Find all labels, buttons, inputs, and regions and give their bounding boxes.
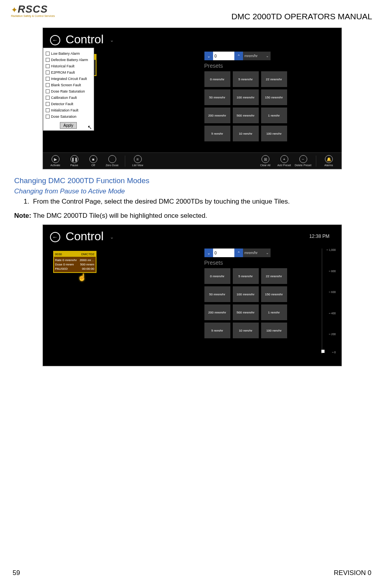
preset-button[interactable]: 10 rem/hr [233, 126, 259, 141]
alarm-options-panel: Low Battery Alarm Defective Battery Alar… [43, 48, 94, 131]
company-logo: ✦RSCS Radiation Safety & Control Service… [11, 3, 55, 17]
step-item: 1. From the Control Page, select the des… [33, 198, 370, 206]
checkbox-icon [46, 52, 50, 56]
page-title: Control⌄ [66, 33, 114, 46]
preset-button[interactable]: 100 rem/hr [261, 323, 287, 338]
note-text: Note: The DMC 2000TD Tile(s) will be hig… [14, 212, 370, 220]
chevron-down-icon[interactable]: ⌄ [110, 37, 114, 43]
revision-label: REVISION 0 [334, 569, 371, 577]
apply-button[interactable]: Apply [60, 122, 77, 129]
value-increment-button[interactable]: ⌃ [234, 249, 243, 257]
chevron-down-icon: ⌄ [266, 251, 269, 255]
preset-button[interactable]: 50 mrem/hr [204, 89, 230, 105]
preset-button[interactable]: 100 mrem/hr [233, 89, 259, 105]
value-input[interactable]: 0 [213, 249, 234, 257]
subsection-heading: Changing from Pause to Active Mode [14, 187, 370, 195]
alarms-button[interactable]: 🔔Alarms [320, 155, 338, 167]
cursor-icon: ↖ [87, 124, 92, 130]
value-increment-button[interactable]: ⌃ [234, 52, 243, 60]
checkbox-item[interactable]: E2PROM Fault [46, 69, 91, 76]
tile-name: DMCTD2 [81, 252, 94, 256]
star-icon: ✦ [11, 6, 18, 14]
page-number: 59 [13, 569, 20, 577]
checkbox-item[interactable]: Initialization Fault [46, 107, 91, 113]
touch-hand-icon: ☝ [78, 273, 86, 282]
checkbox-item[interactable]: Dose Saturation [46, 113, 91, 120]
checkbox-item[interactable]: Calibration Fault [46, 95, 91, 101]
back-button[interactable]: ← [50, 35, 60, 45]
presets-label: Presets [204, 63, 295, 69]
add-preset-button[interactable]: +Add Preset [276, 155, 293, 167]
checkbox-item[interactable]: Blank Screen Fault [46, 82, 91, 88]
value-input[interactable]: 0 [213, 52, 234, 60]
unit-select[interactable]: mrem/hr⌄ [243, 249, 271, 257]
clock-label: 12:38 PM [309, 234, 329, 239]
chevron-down-icon[interactable]: ⌄ [110, 234, 114, 240]
preset-button[interactable]: 22 mrem/hr [261, 268, 287, 284]
preset-button[interactable]: 22 mrem/hr [261, 71, 287, 87]
preset-button[interactable]: 0 mrem/hr [204, 71, 230, 87]
preset-button[interactable]: 100 mrem/hr [233, 286, 259, 302]
zero-dose-button[interactable]: Zero Dose [104, 155, 121, 167]
device-tile[interactable]: 0030 DMCTD2 Rate 0 mrem/hr2000 mr… Dose … [53, 251, 96, 273]
pause-button[interactable]: ❚❚Pause [66, 155, 83, 167]
preset-button[interactable]: 5 mrem/hr [233, 71, 259, 87]
activate-button[interactable]: ▶Activate [47, 155, 64, 167]
checkbox-item[interactable]: Dose Rate Saturation [46, 88, 91, 95]
preset-button[interactable]: 0 mrem/hr [204, 268, 230, 284]
preset-button[interactable]: 10 rem/hr [233, 323, 259, 338]
preset-button[interactable]: 150 mrem/hr [261, 286, 287, 302]
delete-preset-button[interactable]: −Delete Preset [295, 155, 312, 167]
tile-id: 0030 [55, 252, 62, 256]
app-bar: ▶Activate ❚❚Pause ■Off Zero Dose ≡List V… [43, 152, 341, 169]
preset-button[interactable]: 200 mrem/hr [204, 108, 230, 123]
preset-button[interactable]: 5 mrem/hr [233, 268, 259, 284]
preset-button[interactable]: 500 mrem/hr [233, 108, 259, 123]
off-button[interactable]: ■Off [85, 155, 102, 167]
step-number: 1. [24, 198, 29, 205]
checkbox-item[interactable]: Low Battery Alarm [46, 50, 91, 57]
preset-button[interactable]: 1 rem/hr [261, 108, 287, 123]
presets-label: Presets [204, 260, 295, 266]
preset-button[interactable]: 100 rem/hr [261, 126, 287, 141]
logo-text: RSCS [18, 3, 48, 15]
clear-all-button[interactable]: ⊞Clear All [257, 155, 274, 167]
checkbox-item[interactable]: Integrated Circuit Fault [46, 76, 91, 82]
checkbox-item[interactable]: Detector Fault [46, 101, 91, 107]
logo-subtitle: Radiation Safety & Control Services [11, 15, 55, 17]
document-title: DMC 2000TD OPERATORS MANUAL [232, 12, 372, 21]
section-heading: Changing DMC 2000TD Function Modes [14, 176, 370, 185]
chevron-down-icon: ⌄ [266, 54, 269, 58]
checkbox-item[interactable]: Defective Battery Alarm [46, 57, 91, 63]
page-title: Control⌄ [66, 230, 114, 243]
back-button[interactable]: ← [50, 232, 60, 242]
app-screenshot-2: ← Control⌄ 12:38 PM 0030 DMCTD2 Rate 0 m… [43, 224, 342, 366]
checkbox-item[interactable]: Historical Fault [46, 63, 91, 69]
list-view-button[interactable]: ≡List View [129, 155, 147, 167]
unit-select[interactable]: mrem/hr⌄ [243, 52, 271, 60]
preset-button[interactable]: 500 mrem/hr [233, 304, 259, 320]
preset-grid: 0 mrem/hr 5 mrem/hr 22 mrem/hr 50 mrem/h… [204, 71, 295, 141]
note-label: Note: [14, 212, 31, 219]
preset-button[interactable]: 5 rem/hr [204, 323, 230, 338]
scale-marker-icon [321, 350, 325, 353]
value-decrement-button[interactable]: ⌄ [204, 52, 213, 60]
preset-button[interactable]: 200 mrem/hr [204, 304, 230, 320]
scale-axis: 1,000 800 600 400 200 0 [322, 249, 336, 354]
app-screenshot-1: ← Control⌄ 0030 DMCTD2 Rate 0 mrem/hr200… [43, 28, 342, 169]
preset-button[interactable]: 1 rem/hr [261, 304, 287, 320]
preset-button[interactable]: 150 mrem/hr [261, 89, 287, 105]
preset-button[interactable]: 5 rem/hr [204, 126, 230, 141]
preset-grid: 0 mrem/hr 5 mrem/hr 22 mrem/hr 50 mrem/h… [204, 268, 295, 338]
preset-button[interactable]: 50 mrem/hr [204, 286, 230, 302]
value-decrement-button[interactable]: ⌄ [204, 249, 213, 257]
